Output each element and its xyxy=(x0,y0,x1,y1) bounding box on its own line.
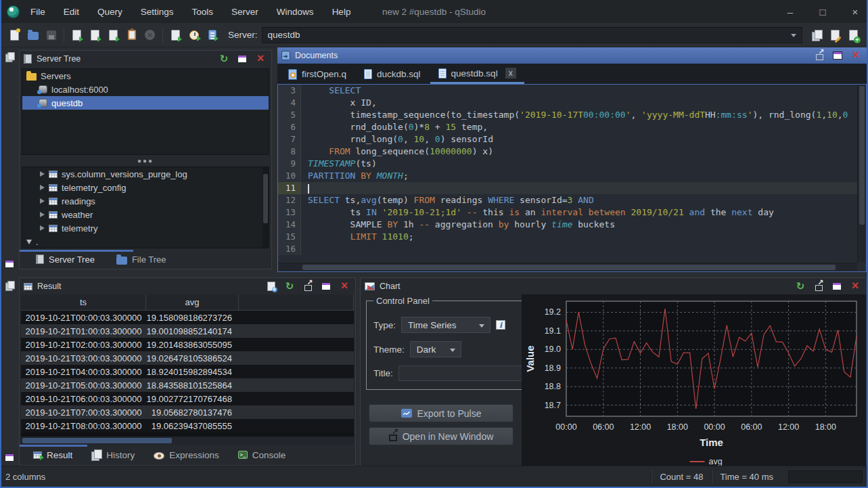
table-row[interactable]: 2019-10-21T02:00:03.30000019.20148386305… xyxy=(21,338,354,351)
stacked-windows-icon[interactable] xyxy=(5,281,14,290)
chart-type-select[interactable]: Time Series xyxy=(401,317,490,333)
window-icon[interactable] xyxy=(237,55,247,63)
menu-server[interactable]: Server xyxy=(231,7,258,17)
tab-console[interactable]: Console xyxy=(229,445,296,465)
execute-query-button[interactable] xyxy=(68,26,86,44)
window-icon[interactable] xyxy=(832,282,842,290)
sql-editor[interactable]: 3 SELECT4 x ID,5 timestamp_sequence(to_t… xyxy=(277,84,867,272)
chevron-right-icon[interactable] xyxy=(40,198,45,204)
tab-expressions[interactable]: Expressions xyxy=(144,445,229,465)
run-script-button[interactable] xyxy=(203,26,221,44)
tab-server-tree[interactable]: Server Tree xyxy=(26,250,104,269)
tree-item-server[interactable]: questdb xyxy=(22,96,269,110)
chevron-right-icon[interactable] xyxy=(40,225,45,231)
chart-theme-select[interactable]: Dark xyxy=(410,341,461,357)
vertical-splitter[interactable] xyxy=(272,47,277,272)
editor-vertical-scrollbar[interactable] xyxy=(857,85,866,263)
tab-duckdb-sql[interactable]: duckdb.sql xyxy=(356,64,429,84)
menu-tools[interactable]: Tools xyxy=(192,7,214,17)
table-row[interactable]: 2019-10-21T01:00:03.30000019.00109885214… xyxy=(21,324,354,338)
tree-item-table[interactable]: telemetry_config xyxy=(22,181,269,194)
column-header[interactable]: ts xyxy=(21,294,146,310)
window-icon[interactable] xyxy=(321,282,331,290)
tree-item-table[interactable]: sys.column_versions_purge_log xyxy=(22,167,269,181)
window-icon[interactable] xyxy=(833,51,842,60)
tab-questdb-sql[interactable]: questdb.sqlx xyxy=(430,64,524,84)
refresh-icon[interactable] xyxy=(220,54,229,64)
open-in-new-window-button[interactable]: Open in New Window xyxy=(369,427,513,445)
open-file-button[interactable] xyxy=(24,26,42,44)
tree-splitter[interactable]: ●●● xyxy=(20,156,271,165)
server-combo[interactable]: questdb xyxy=(262,27,802,43)
table-row[interactable]: 2019-10-21T04:00:03.30000018.92401598289… xyxy=(21,365,354,378)
refresh-icon[interactable] xyxy=(285,282,294,292)
chart-title-input[interactable] xyxy=(398,365,527,381)
tab-firstOpen-q[interactable]: firstOpen.q xyxy=(280,64,355,84)
close-icon[interactable] xyxy=(852,281,859,292)
editor-line[interactable]: 8 FROM long_sequence(10000000) x) xyxy=(278,146,857,158)
menu-windows[interactable]: Windows xyxy=(277,7,314,17)
menu-edit[interactable]: Edit xyxy=(64,7,79,17)
tab-file-tree[interactable]: File Tree xyxy=(107,250,176,269)
chevron-down-icon[interactable] xyxy=(26,240,32,244)
add-document-button[interactable] xyxy=(844,26,863,44)
editor-line[interactable]: 9TIMESTAMP(ts) xyxy=(278,158,857,170)
save-button[interactable] xyxy=(42,26,60,44)
editor-line[interactable]: 13 ts IN '2019-10-21;1d' -- this is an i… xyxy=(278,206,857,219)
editor-line[interactable]: 7 rnd_long(0, 10, 0) sensorId xyxy=(278,133,857,146)
result-table[interactable]: tsavg2019-10-21T00:00:03.30000019.158098… xyxy=(21,294,354,437)
popout-icon[interactable] xyxy=(816,54,823,60)
editor-line[interactable]: 3 SELECT xyxy=(278,85,857,97)
schedule-query-button[interactable] xyxy=(185,26,203,44)
tree-item-server[interactable]: localhost:6000 xyxy=(22,83,269,96)
tree-scrollbar[interactable] xyxy=(262,167,269,248)
tree-item-table[interactable]: telemetry xyxy=(22,221,269,235)
menu-query[interactable]: Query xyxy=(97,7,122,17)
edit-document-button[interactable] xyxy=(826,26,844,44)
editor-horizontal-scrollbar[interactable] xyxy=(278,263,857,271)
chevron-right-icon[interactable] xyxy=(40,171,45,177)
restore-window-icon[interactable] xyxy=(5,453,14,462)
close-icon[interactable] xyxy=(852,50,860,61)
tree-item-servers-folder[interactable]: Servers xyxy=(22,69,269,83)
stop-query-button[interactable] xyxy=(141,26,159,44)
refresh-icon[interactable] xyxy=(796,282,805,292)
table-row[interactable]: 2019-10-21T07:00:03.30000019.05682780137… xyxy=(21,405,354,419)
minimize-button[interactable]: – xyxy=(784,6,796,18)
editor-line[interactable]: 11 xyxy=(278,182,857,194)
tree-item-db-root[interactable]: . xyxy=(22,235,269,248)
tree-item-table[interactable]: weather xyxy=(22,208,269,221)
menu-file[interactable]: File xyxy=(30,7,45,17)
popout-icon[interactable] xyxy=(304,285,312,291)
menu-settings[interactable]: Settings xyxy=(141,7,174,17)
tab-result[interactable]: Result xyxy=(24,445,82,465)
table-row[interactable]: 2019-10-21T05:00:03.30000018.84358810152… xyxy=(21,378,354,392)
chevron-right-icon[interactable] xyxy=(40,185,45,190)
tree-item-table[interactable]: readings xyxy=(22,194,269,208)
table-row[interactable]: 2019-10-21T03:00:03.30000019.02647810538… xyxy=(21,351,354,365)
execute-line-button[interactable] xyxy=(86,26,104,44)
chevron-right-icon[interactable] xyxy=(40,212,45,217)
editor-line[interactable]: 16 xyxy=(278,243,857,255)
close-tab-icon[interactable]: x xyxy=(505,68,516,79)
editor-line[interactable]: 12SELECT ts,avg(temp) FROM readings WHER… xyxy=(278,194,857,206)
copy-button[interactable] xyxy=(808,26,826,44)
close-icon[interactable] xyxy=(257,53,265,64)
result-horizontal-scrollbar[interactable] xyxy=(21,437,354,445)
popout-icon[interactable] xyxy=(815,285,823,291)
editor-line[interactable]: 5 timestamp_sequence(to_timestamp('2019-… xyxy=(278,109,857,121)
table-row[interactable]: 2019-10-21T00:00:03.30000019.15809818627… xyxy=(21,311,354,324)
maximize-button[interactable]: □ xyxy=(817,6,829,18)
clipboard-button[interactable] xyxy=(122,26,141,44)
editor-line[interactable]: 6 rnd_double(0)*8 + 15 temp, xyxy=(278,121,857,133)
new-document-button[interactable] xyxy=(5,26,24,44)
run-file-button[interactable] xyxy=(166,26,185,44)
close-window-button[interactable]: × xyxy=(849,6,861,18)
export-result-icon[interactable] xyxy=(267,282,275,291)
info-icon[interactable] xyxy=(496,320,505,330)
editor-line[interactable]: 15 LIMIT 11010; xyxy=(278,231,857,243)
column-header[interactable]: avg xyxy=(146,294,239,310)
export-to-pulse-button[interactable]: Export to Pulse xyxy=(369,404,513,422)
execute-selection-button[interactable] xyxy=(104,26,122,44)
stacked-windows-icon[interactable] xyxy=(5,52,14,62)
